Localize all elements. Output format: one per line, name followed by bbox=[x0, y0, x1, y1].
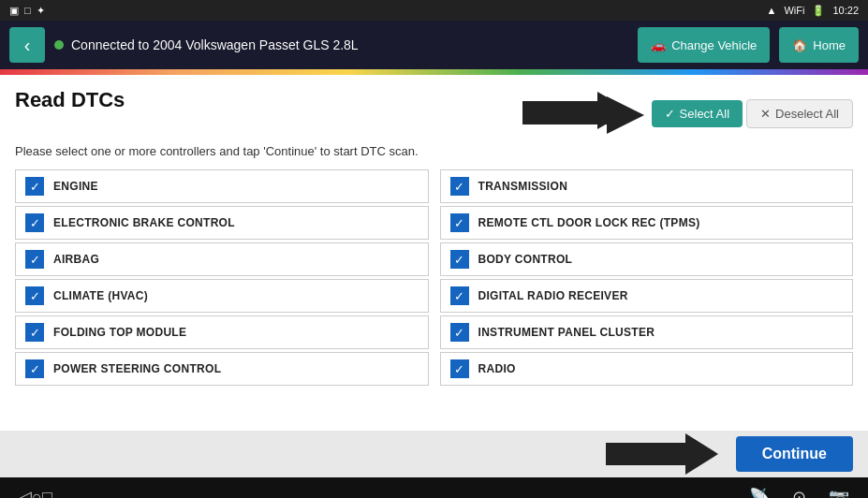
header-buttons: ✓ Select All ✕ Deselect All bbox=[652, 99, 853, 128]
controller-remote-ctl[interactable]: ✓ REMOTE CTL DOOR LOCK REC (TPMS) bbox=[440, 206, 854, 240]
continue-arrow-graphic bbox=[606, 433, 718, 475]
nav-home-icon[interactable]: ○ bbox=[32, 488, 42, 499]
nav-camera1-icon[interactable]: ⊙ bbox=[792, 487, 806, 498]
home-icon: 🏠 bbox=[792, 38, 807, 52]
controller-electronic-brake[interactable]: ✓ ELECTRONIC BRAKE CONTROL bbox=[15, 206, 429, 240]
nav-recents-icon[interactable]: □ bbox=[42, 488, 52, 499]
svg-marker-2 bbox=[606, 433, 718, 475]
label-airbag: AIRBAG bbox=[53, 253, 99, 266]
select-all-label: Select All bbox=[680, 107, 729, 121]
page-subtitle: Please select one or more controllers an… bbox=[15, 144, 853, 158]
checkbox-radio: ✓ bbox=[450, 359, 469, 378]
label-climate: CLIMATE (HVAC) bbox=[53, 289, 148, 302]
checkbox-airbag: ✓ bbox=[25, 250, 44, 269]
label-instrument-panel: INSTRUMENT PANEL CLUSTER bbox=[478, 326, 655, 339]
main-content: Read DTCs ✓ Select All ✕ Deselect All Pl… bbox=[0, 75, 868, 431]
controller-engine[interactable]: ✓ ENGINE bbox=[15, 169, 429, 203]
bottom-area: Continue bbox=[0, 431, 868, 477]
checkbox-digital-radio: ✓ bbox=[450, 286, 469, 305]
back-button[interactable]: ‹ bbox=[9, 27, 45, 63]
checkbox-remote-ctl: ✓ bbox=[450, 213, 469, 232]
arrow-graphic bbox=[522, 92, 644, 139]
controller-radio[interactable]: ✓ RADIO bbox=[440, 352, 854, 386]
controller-digital-radio[interactable]: ✓ DIGITAL RADIO RECEIVER bbox=[440, 279, 854, 313]
continue-label: Continue bbox=[762, 446, 827, 461]
checkbox-electronic-brake: ✓ bbox=[25, 213, 44, 232]
label-digital-radio: DIGITAL RADIO RECEIVER bbox=[478, 289, 628, 302]
checkbox-body-control: ✓ bbox=[450, 250, 469, 269]
label-electronic-brake: ELECTRONIC BRAKE CONTROL bbox=[53, 216, 235, 229]
checkbox-engine: ✓ bbox=[25, 177, 44, 196]
connection-text: Connected to 2004 Volkswagen Passet GLS … bbox=[71, 37, 359, 52]
label-folding-top: FOLDING TOP MODULE bbox=[53, 326, 186, 339]
check-icon: ✓ bbox=[665, 107, 675, 121]
deselect-all-label: Deselect All bbox=[775, 107, 839, 121]
nav-back-icon[interactable]: ◁ bbox=[19, 487, 32, 498]
deselect-all-button[interactable]: ✕ Deselect All bbox=[746, 99, 853, 128]
checkbox-transmission: ✓ bbox=[450, 177, 469, 196]
controller-airbag[interactable]: ✓ AIRBAG bbox=[15, 242, 429, 276]
checkbox-power-steering: ✓ bbox=[25, 359, 44, 378]
status-bar: ▣ □ ✦ ▲ WiFi 🔋 10:22 bbox=[0, 0, 868, 21]
nav-camera2-icon[interactable]: 📷 bbox=[829, 487, 849, 498]
change-vehicle-label: Change Vehicle bbox=[671, 38, 757, 52]
continue-button[interactable]: Continue bbox=[736, 436, 853, 472]
controller-folding-top[interactable]: ✓ FOLDING TOP MODULE bbox=[15, 315, 429, 349]
controller-transmission[interactable]: ✓ TRANSMISSION bbox=[440, 169, 854, 203]
checkbox-folding-top: ✓ bbox=[25, 323, 44, 342]
controllers-grid: ✓ ENGINE ✓ TRANSMISSION ✓ ELECTRONIC BRA… bbox=[15, 169, 853, 386]
checkbox-instrument-panel: ✓ bbox=[450, 323, 469, 342]
page-title-area: Read DTCs bbox=[15, 88, 125, 112]
select-all-button[interactable]: ✓ Select All bbox=[652, 100, 743, 127]
change-vehicle-button[interactable]: 🚗 Change Vehicle bbox=[638, 27, 770, 63]
wifi-status-icon: WiFi bbox=[784, 5, 804, 16]
page-title: Read DTCs bbox=[15, 88, 125, 112]
label-engine: ENGINE bbox=[53, 180, 98, 193]
label-body-control: BODY CONTROL bbox=[478, 253, 573, 266]
nav-car-icon[interactable]: 📡 bbox=[749, 487, 770, 498]
controller-body-control[interactable]: ✓ BODY CONTROL bbox=[440, 242, 854, 276]
home-label: Home bbox=[813, 38, 846, 52]
nav-bar: ◁ ○ □ 📡 ⊙ 📷 bbox=[0, 477, 868, 498]
label-transmission: TRANSMISSION bbox=[478, 180, 568, 193]
square-icon: □ bbox=[24, 5, 31, 17]
label-radio: RADIO bbox=[478, 362, 516, 375]
time-display: 10:22 bbox=[832, 5, 859, 16]
connection-dot bbox=[54, 40, 64, 50]
connection-info: Connected to 2004 Volkswagen Passet GLS … bbox=[54, 37, 628, 52]
star-icon: ✦ bbox=[37, 5, 45, 17]
checkbox-climate: ✓ bbox=[25, 286, 44, 305]
main-header: Read DTCs ✓ Select All ✕ Deselect All bbox=[15, 88, 853, 139]
home-button[interactable]: 🏠 Home bbox=[779, 27, 859, 63]
x-icon: ✕ bbox=[760, 107, 771, 121]
label-remote-ctl: REMOTE CTL DOOR LOCK REC (TPMS) bbox=[478, 216, 700, 229]
controller-climate[interactable]: ✓ CLIMATE (HVAC) bbox=[15, 279, 429, 313]
controller-instrument-panel[interactable]: ✓ INSTRUMENT PANEL CLUSTER bbox=[440, 315, 854, 349]
label-power-steering: POWER STEERING CONTROL bbox=[53, 362, 221, 375]
battery-icon: 🔋 bbox=[812, 5, 825, 17]
controller-power-steering[interactable]: ✓ POWER STEERING CONTROL bbox=[15, 352, 429, 386]
wifi-icon: ▣ bbox=[9, 5, 19, 17]
signal-icon: ▲ bbox=[767, 5, 777, 16]
car-icon: 🚗 bbox=[651, 38, 666, 52]
top-bar: ‹ Connected to 2004 Volkswagen Passet GL… bbox=[0, 21, 868, 69]
